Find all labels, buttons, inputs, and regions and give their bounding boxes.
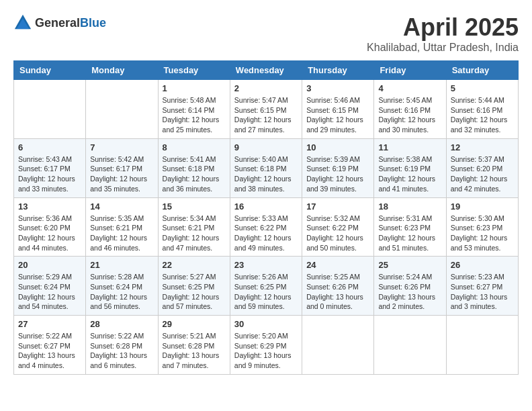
day-info: Sunrise: 5:21 AM Sunset: 6:28 PM Dayligh…: [163, 331, 226, 371]
weekday-header-cell: Sunday: [14, 61, 86, 80]
day-info: Sunrise: 5:42 AM Sunset: 6:17 PM Dayligh…: [90, 154, 153, 194]
logo-blue: Blue: [80, 16, 106, 30]
day-number: 7: [90, 142, 153, 152]
day-info: Sunrise: 5:47 AM Sunset: 6:15 PM Dayligh…: [234, 95, 298, 135]
calendar-cell: 10Sunrise: 5:39 AM Sunset: 6:19 PM Dayli…: [302, 138, 374, 197]
calendar-cell: 2Sunrise: 5:47 AM Sunset: 6:15 PM Daylig…: [230, 80, 302, 139]
month-title: April 2025: [367, 13, 519, 42]
calendar-cell: 26Sunrise: 5:23 AM Sunset: 6:27 PM Dayli…: [446, 257, 518, 316]
weekday-header-cell: Thursday: [302, 61, 374, 80]
day-number: 20: [18, 260, 81, 270]
weekday-header-cell: Wednesday: [230, 61, 302, 80]
calendar-week-row: 13Sunrise: 5:36 AM Sunset: 6:20 PM Dayli…: [14, 197, 519, 257]
day-number: 21: [90, 260, 153, 270]
day-info: Sunrise: 5:33 AM Sunset: 6:22 PM Dayligh…: [234, 214, 298, 253]
calendar-cell: [14, 80, 86, 139]
day-number: 26: [451, 260, 514, 270]
calendar-cell: 30Sunrise: 5:20 AM Sunset: 6:29 PM Dayli…: [230, 316, 302, 375]
calendar-cell: 23Sunrise: 5:26 AM Sunset: 6:25 PM Dayli…: [230, 257, 302, 316]
day-info: Sunrise: 5:22 AM Sunset: 6:28 PM Dayligh…: [90, 331, 153, 371]
calendar-cell: 15Sunrise: 5:34 AM Sunset: 6:21 PM Dayli…: [158, 197, 230, 257]
day-number: 14: [90, 201, 153, 212]
weekday-header-cell: Tuesday: [158, 61, 230, 80]
day-info: Sunrise: 5:35 AM Sunset: 6:21 PM Dayligh…: [90, 214, 153, 253]
calendar-table: SundayMondayTuesdayWednesdayThursdayFrid…: [13, 60, 519, 375]
calendar-cell: 3Sunrise: 5:46 AM Sunset: 6:15 PM Daylig…: [302, 80, 374, 139]
day-info: Sunrise: 5:45 AM Sunset: 6:16 PM Dayligh…: [378, 95, 441, 135]
day-number: 15: [163, 201, 226, 212]
day-info: Sunrise: 5:31 AM Sunset: 6:23 PM Dayligh…: [378, 214, 441, 253]
weekday-header-cell: Saturday: [446, 61, 518, 80]
calendar-cell: 29Sunrise: 5:21 AM Sunset: 6:28 PM Dayli…: [158, 316, 230, 375]
day-info: Sunrise: 5:43 AM Sunset: 6:17 PM Dayligh…: [18, 154, 81, 194]
day-number: 30: [234, 319, 298, 329]
logo: GeneralBlue: [13, 13, 106, 32]
day-info: Sunrise: 5:34 AM Sunset: 6:21 PM Dayligh…: [163, 214, 226, 253]
day-info: Sunrise: 5:20 AM Sunset: 6:29 PM Dayligh…: [234, 331, 298, 371]
page-header: GeneralBlue April 2025 Khalilabad, Uttar…: [13, 13, 519, 54]
calendar-cell: 13Sunrise: 5:36 AM Sunset: 6:20 PM Dayli…: [14, 197, 86, 257]
calendar-cell: 8Sunrise: 5:41 AM Sunset: 6:18 PM Daylig…: [158, 138, 230, 197]
calendar-cell: [374, 316, 446, 375]
calendar-cell: 11Sunrise: 5:38 AM Sunset: 6:19 PM Dayli…: [374, 138, 446, 197]
day-number: 18: [378, 201, 441, 212]
calendar-cell: [86, 80, 158, 139]
calendar-week-row: 1Sunrise: 5:48 AM Sunset: 6:14 PM Daylig…: [14, 80, 519, 139]
calendar-week-row: 27Sunrise: 5:22 AM Sunset: 6:27 PM Dayli…: [14, 316, 519, 375]
day-number: 3: [306, 83, 369, 93]
day-info: Sunrise: 5:44 AM Sunset: 6:16 PM Dayligh…: [451, 95, 514, 135]
day-info: Sunrise: 5:27 AM Sunset: 6:25 PM Dayligh…: [163, 272, 226, 312]
day-info: Sunrise: 5:30 AM Sunset: 6:23 PM Dayligh…: [451, 214, 514, 253]
weekday-header-cell: Monday: [86, 61, 158, 80]
calendar-cell: 4Sunrise: 5:45 AM Sunset: 6:16 PM Daylig…: [374, 80, 446, 139]
calendar-cell: 19Sunrise: 5:30 AM Sunset: 6:23 PM Dayli…: [446, 197, 518, 257]
calendar-cell: 6Sunrise: 5:43 AM Sunset: 6:17 PM Daylig…: [14, 138, 86, 197]
day-info: Sunrise: 5:37 AM Sunset: 6:20 PM Dayligh…: [451, 154, 514, 194]
calendar-week-row: 6Sunrise: 5:43 AM Sunset: 6:17 PM Daylig…: [14, 138, 519, 197]
day-number: 8: [163, 142, 226, 152]
title-section: April 2025 Khalilabad, Uttar Pradesh, In…: [367, 13, 519, 54]
day-number: 6: [18, 142, 81, 152]
day-info: Sunrise: 5:38 AM Sunset: 6:19 PM Dayligh…: [378, 154, 441, 194]
day-number: 1: [163, 83, 226, 93]
day-number: 28: [90, 319, 153, 329]
calendar-cell: [302, 316, 374, 375]
day-number: 10: [306, 142, 369, 152]
day-number: 23: [234, 260, 298, 270]
calendar-cell: 18Sunrise: 5:31 AM Sunset: 6:23 PM Dayli…: [374, 197, 446, 257]
calendar-cell: 28Sunrise: 5:22 AM Sunset: 6:28 PM Dayli…: [86, 316, 158, 375]
day-number: 4: [378, 83, 441, 93]
day-info: Sunrise: 5:25 AM Sunset: 6:26 PM Dayligh…: [306, 272, 369, 312]
day-number: 19: [451, 201, 514, 212]
day-info: Sunrise: 5:24 AM Sunset: 6:26 PM Dayligh…: [378, 272, 441, 312]
calendar-cell: 1Sunrise: 5:48 AM Sunset: 6:14 PM Daylig…: [158, 80, 230, 139]
logo-general: General: [35, 16, 80, 30]
calendar-week-row: 20Sunrise: 5:29 AM Sunset: 6:24 PM Dayli…: [14, 257, 519, 316]
day-number: 5: [451, 83, 514, 93]
calendar-cell: 27Sunrise: 5:22 AM Sunset: 6:27 PM Dayli…: [14, 316, 86, 375]
calendar-cell: 25Sunrise: 5:24 AM Sunset: 6:26 PM Dayli…: [374, 257, 446, 316]
day-number: 24: [306, 260, 369, 270]
day-info: Sunrise: 5:22 AM Sunset: 6:27 PM Dayligh…: [18, 331, 81, 371]
calendar-cell: 7Sunrise: 5:42 AM Sunset: 6:17 PM Daylig…: [86, 138, 158, 197]
day-number: 9: [234, 142, 298, 152]
location-title: Khalilabad, Uttar Pradesh, India: [367, 42, 519, 54]
day-number: 11: [378, 142, 441, 152]
day-number: 27: [18, 319, 81, 329]
day-number: 2: [234, 83, 298, 93]
day-info: Sunrise: 5:28 AM Sunset: 6:24 PM Dayligh…: [90, 272, 153, 312]
day-info: Sunrise: 5:46 AM Sunset: 6:15 PM Dayligh…: [306, 95, 369, 135]
day-info: Sunrise: 5:32 AM Sunset: 6:22 PM Dayligh…: [306, 214, 369, 253]
calendar-cell: 16Sunrise: 5:33 AM Sunset: 6:22 PM Dayli…: [230, 197, 302, 257]
day-info: Sunrise: 5:41 AM Sunset: 6:18 PM Dayligh…: [163, 154, 226, 194]
calendar-cell: 9Sunrise: 5:40 AM Sunset: 6:18 PM Daylig…: [230, 138, 302, 197]
day-number: 13: [18, 201, 81, 212]
calendar-cell: 5Sunrise: 5:44 AM Sunset: 6:16 PM Daylig…: [446, 80, 518, 139]
calendar-cell: 24Sunrise: 5:25 AM Sunset: 6:26 PM Dayli…: [302, 257, 374, 316]
day-info: Sunrise: 5:23 AM Sunset: 6:27 PM Dayligh…: [451, 272, 514, 312]
day-number: 17: [306, 201, 369, 212]
calendar-cell: 12Sunrise: 5:37 AM Sunset: 6:20 PM Dayli…: [446, 138, 518, 197]
logo-icon: [13, 13, 32, 32]
day-info: Sunrise: 5:48 AM Sunset: 6:14 PM Dayligh…: [163, 95, 226, 135]
day-number: 29: [163, 319, 226, 329]
